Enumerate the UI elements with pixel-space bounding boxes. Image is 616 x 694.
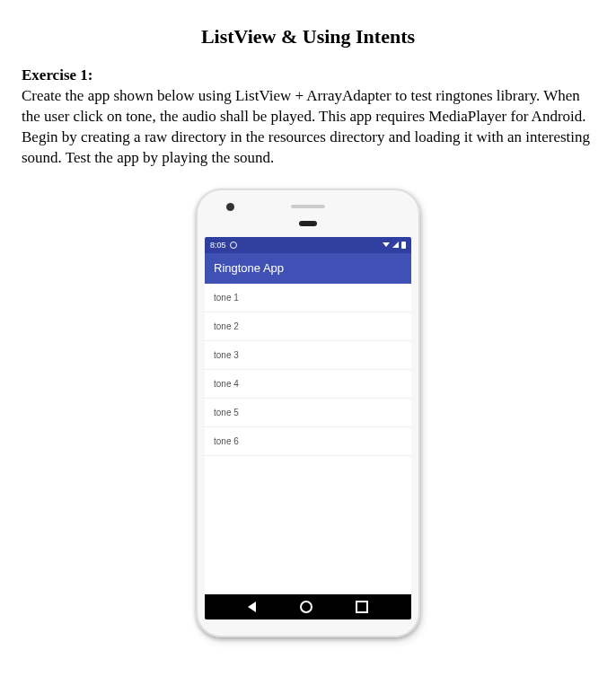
exercise-block: Exercise 1: Create the app shown below u… [22, 66, 594, 169]
phone-figure: 8:05 Ringtone App tone 1 tone 2 tone [22, 189, 594, 637]
sensor-slit-icon [291, 205, 325, 208]
debug-icon [230, 242, 237, 249]
status-left: 8:05 [210, 241, 237, 250]
home-icon[interactable] [300, 601, 312, 613]
exercise-label: Exercise 1: [22, 66, 92, 83]
phone-bezel-top [205, 198, 411, 235]
list-item[interactable]: tone 2 [205, 312, 411, 341]
exercise-text: Create the app shown below using ListVie… [22, 86, 594, 169]
list-item[interactable]: tone 1 [205, 284, 411, 312]
list-item[interactable]: tone 3 [205, 341, 411, 370]
signal-icon [392, 242, 399, 248]
recent-apps-icon[interactable] [356, 601, 368, 613]
document-page: ListView & Using Intents Exercise 1: Cre… [0, 0, 616, 655]
phone-device: 8:05 Ringtone App tone 1 tone 2 tone [196, 189, 420, 637]
status-time: 8:05 [210, 241, 226, 250]
battery-icon [401, 242, 406, 249]
app-title: Ringtone App [214, 261, 284, 275]
android-nav-bar [205, 594, 411, 619]
page-title: ListView & Using Intents [22, 25, 594, 48]
camera-dot-icon [226, 203, 234, 211]
status-right [383, 242, 406, 249]
network-icon [383, 242, 390, 247]
back-icon[interactable] [248, 602, 256, 612]
status-bar: 8:05 [205, 237, 411, 253]
app-bar: Ringtone App [205, 253, 411, 284]
speaker-icon [299, 221, 317, 226]
list-item[interactable]: tone 5 [205, 399, 411, 427]
phone-screen: 8:05 Ringtone App tone 1 tone 2 tone [205, 237, 411, 619]
ringtone-list: tone 1 tone 2 tone 3 tone 4 tone 5 tone … [205, 284, 411, 594]
list-item[interactable]: tone 4 [205, 370, 411, 399]
list-item[interactable]: tone 6 [205, 427, 411, 456]
